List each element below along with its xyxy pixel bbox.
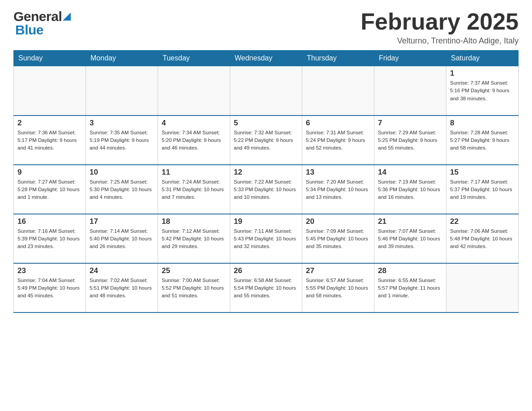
calendar-day-header: Tuesday: [158, 51, 230, 66]
day-number: 11: [162, 168, 226, 177]
day-info: Sunrise: 6:57 AM Sunset: 5:55 PM Dayligh…: [306, 277, 370, 300]
calendar-cell: 15Sunrise: 7:17 AM Sunset: 5:37 PM Dayli…: [446, 165, 519, 214]
day-number: 5: [234, 119, 298, 128]
logo-general-text: General: [13, 9, 62, 24]
day-number: 22: [450, 217, 515, 226]
calendar-cell: [14, 66, 86, 116]
calendar-header-row: SundayMondayTuesdayWednesdayThursdayFrid…: [14, 51, 519, 66]
day-info: Sunrise: 7:00 AM Sunset: 5:52 PM Dayligh…: [162, 277, 226, 300]
day-info: Sunrise: 7:27 AM Sunset: 5:28 PM Dayligh…: [17, 178, 82, 201]
calendar-day-header: Monday: [86, 51, 158, 66]
calendar-cell: 17Sunrise: 7:14 AM Sunset: 5:40 PM Dayli…: [86, 214, 158, 263]
calendar-cell: 23Sunrise: 7:04 AM Sunset: 5:49 PM Dayli…: [14, 263, 86, 313]
day-number: 19: [234, 217, 298, 226]
day-number: 14: [378, 168, 442, 177]
page-subtitle: Velturno, Trentino-Alto Adige, Italy: [360, 36, 519, 46]
calendar-cell: [374, 66, 446, 116]
calendar-week-row: 23Sunrise: 7:04 AM Sunset: 5:49 PM Dayli…: [14, 263, 519, 313]
page-title: February 2025: [360, 9, 519, 34]
calendar-cell: 7Sunrise: 7:29 AM Sunset: 5:25 PM Daylig…: [374, 116, 446, 165]
logo: General Blue: [13, 9, 71, 38]
day-info: Sunrise: 7:32 AM Sunset: 5:22 PM Dayligh…: [234, 129, 298, 152]
day-info: Sunrise: 7:25 AM Sunset: 5:30 PM Dayligh…: [90, 178, 154, 201]
calendar-cell: [230, 66, 302, 116]
page-header: General Blue February 2025 Velturno, Tre…: [13, 9, 519, 46]
day-number: 9: [17, 168, 82, 177]
day-number: 16: [17, 217, 82, 226]
calendar-cell: 3Sunrise: 7:35 AM Sunset: 5:19 PM Daylig…: [86, 116, 158, 165]
calendar-day-header: Wednesday: [230, 51, 302, 66]
calendar-day-header: Saturday: [446, 51, 519, 66]
calendar-cell: 28Sunrise: 6:55 AM Sunset: 5:57 PM Dayli…: [374, 263, 446, 313]
calendar-cell: 16Sunrise: 7:16 AM Sunset: 5:39 PM Dayli…: [14, 214, 86, 263]
day-number: 24: [90, 266, 154, 275]
calendar-cell: 22Sunrise: 7:06 AM Sunset: 5:48 PM Dayli…: [446, 214, 519, 263]
calendar-cell: 11Sunrise: 7:24 AM Sunset: 5:31 PM Dayli…: [158, 165, 230, 214]
title-block: February 2025 Velturno, Trentino-Alto Ad…: [360, 9, 519, 46]
day-info: Sunrise: 7:28 AM Sunset: 5:27 PM Dayligh…: [450, 129, 515, 152]
calendar-cell: 20Sunrise: 7:09 AM Sunset: 5:45 PM Dayli…: [302, 214, 374, 263]
calendar-cell: 6Sunrise: 7:31 AM Sunset: 5:24 PM Daylig…: [302, 116, 374, 165]
day-number: 2: [17, 119, 82, 128]
day-number: 4: [162, 119, 226, 128]
logo-triangle-icon: [63, 13, 71, 21]
day-info: Sunrise: 7:02 AM Sunset: 5:51 PM Dayligh…: [90, 277, 154, 300]
logo-blue-text: Blue: [13, 22, 71, 38]
day-info: Sunrise: 7:17 AM Sunset: 5:37 PM Dayligh…: [450, 178, 515, 201]
day-number: 25: [162, 266, 226, 275]
day-number: 6: [306, 119, 370, 128]
day-number: 21: [378, 217, 442, 226]
calendar-body: 1Sunrise: 7:37 AM Sunset: 5:16 PM Daylig…: [14, 66, 519, 313]
calendar-week-row: 16Sunrise: 7:16 AM Sunset: 5:39 PM Dayli…: [14, 214, 519, 263]
day-number: 3: [90, 119, 154, 128]
calendar-cell: [86, 66, 158, 116]
calendar-cell: [158, 66, 230, 116]
day-number: 10: [90, 168, 154, 177]
day-info: Sunrise: 7:29 AM Sunset: 5:25 PM Dayligh…: [378, 129, 442, 152]
day-info: Sunrise: 6:58 AM Sunset: 5:54 PM Dayligh…: [234, 277, 298, 300]
day-number: 7: [378, 119, 442, 128]
day-info: Sunrise: 7:22 AM Sunset: 5:33 PM Dayligh…: [234, 178, 298, 201]
calendar-cell: 13Sunrise: 7:20 AM Sunset: 5:34 PM Dayli…: [302, 165, 374, 214]
calendar-cell: [302, 66, 374, 116]
day-info: Sunrise: 7:35 AM Sunset: 5:19 PM Dayligh…: [90, 129, 154, 152]
day-number: 28: [378, 266, 442, 275]
day-info: Sunrise: 7:14 AM Sunset: 5:40 PM Dayligh…: [90, 227, 154, 251]
day-info: Sunrise: 7:12 AM Sunset: 5:42 PM Dayligh…: [162, 227, 226, 251]
day-number: 26: [234, 266, 298, 275]
calendar-cell: 19Sunrise: 7:11 AM Sunset: 5:43 PM Dayli…: [230, 214, 302, 263]
calendar-cell: 12Sunrise: 7:22 AM Sunset: 5:33 PM Dayli…: [230, 165, 302, 214]
day-number: 8: [450, 119, 515, 128]
day-number: 27: [306, 266, 370, 275]
day-info: Sunrise: 7:20 AM Sunset: 5:34 PM Dayligh…: [306, 178, 370, 201]
calendar-header: SundayMondayTuesdayWednesdayThursdayFrid…: [14, 51, 519, 66]
calendar-cell: 2Sunrise: 7:36 AM Sunset: 5:17 PM Daylig…: [14, 116, 86, 165]
calendar-day-header: Sunday: [14, 51, 86, 66]
calendar-cell: 21Sunrise: 7:07 AM Sunset: 5:46 PM Dayli…: [374, 214, 446, 263]
day-number: 12: [234, 168, 298, 177]
day-info: Sunrise: 7:31 AM Sunset: 5:24 PM Dayligh…: [306, 129, 370, 152]
calendar-cell: 25Sunrise: 7:00 AM Sunset: 5:52 PM Dayli…: [158, 263, 230, 313]
calendar-cell: [446, 263, 519, 313]
day-info: Sunrise: 7:37 AM Sunset: 5:16 PM Dayligh…: [450, 79, 515, 103]
calendar-day-header: Friday: [374, 51, 446, 66]
calendar-day-header: Thursday: [302, 51, 374, 66]
calendar-table: SundayMondayTuesdayWednesdayThursdayFrid…: [13, 50, 519, 313]
calendar-cell: 18Sunrise: 7:12 AM Sunset: 5:42 PM Dayli…: [158, 214, 230, 263]
day-number: 15: [450, 168, 515, 177]
calendar-cell: 10Sunrise: 7:25 AM Sunset: 5:30 PM Dayli…: [86, 165, 158, 214]
calendar-cell: 9Sunrise: 7:27 AM Sunset: 5:28 PM Daylig…: [14, 165, 86, 214]
day-info: Sunrise: 7:09 AM Sunset: 5:45 PM Dayligh…: [306, 227, 370, 251]
day-number: 1: [450, 69, 515, 78]
calendar-week-row: 1Sunrise: 7:37 AM Sunset: 5:16 PM Daylig…: [14, 66, 519, 116]
day-info: Sunrise: 7:34 AM Sunset: 5:20 PM Dayligh…: [162, 129, 226, 152]
day-info: Sunrise: 7:04 AM Sunset: 5:49 PM Dayligh…: [17, 277, 82, 300]
calendar-cell: 27Sunrise: 6:57 AM Sunset: 5:55 PM Dayli…: [302, 263, 374, 313]
day-info: Sunrise: 7:11 AM Sunset: 5:43 PM Dayligh…: [234, 227, 298, 251]
calendar-cell: 14Sunrise: 7:19 AM Sunset: 5:36 PM Dayli…: [374, 165, 446, 214]
calendar-cell: 26Sunrise: 6:58 AM Sunset: 5:54 PM Dayli…: [230, 263, 302, 313]
day-info: Sunrise: 7:16 AM Sunset: 5:39 PM Dayligh…: [17, 227, 82, 251]
calendar-cell: 4Sunrise: 7:34 AM Sunset: 5:20 PM Daylig…: [158, 116, 230, 165]
day-number: 20: [306, 217, 370, 226]
day-info: Sunrise: 7:07 AM Sunset: 5:46 PM Dayligh…: [378, 227, 442, 251]
